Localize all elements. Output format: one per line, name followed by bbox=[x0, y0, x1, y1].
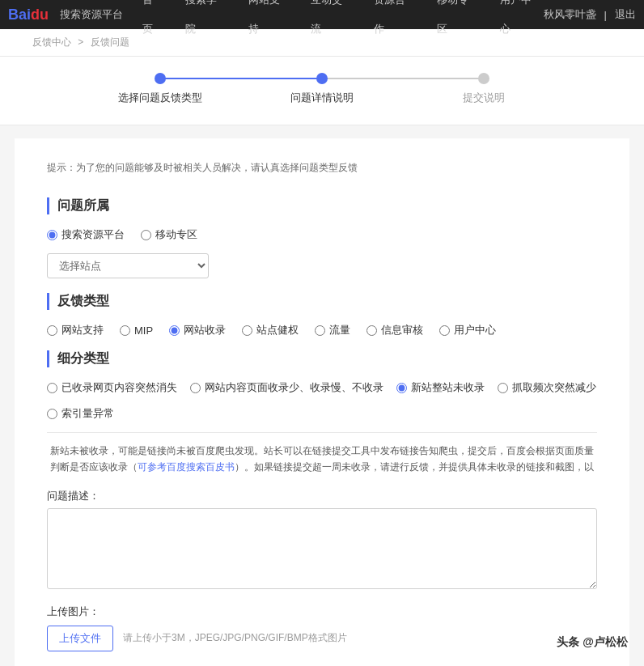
platform-title: 搜索资源平台 bbox=[60, 7, 123, 22]
nav-links: 首页 搜索学院 网站支持 互动交流 资源合作 移动专区 用户中心 bbox=[139, 0, 544, 44]
step-dot-1 bbox=[155, 73, 166, 84]
sub2-label[interactable]: 网站内容页面收录少、收录慢、不收录 bbox=[205, 380, 383, 395]
feedback-flow-item[interactable]: 流量 bbox=[315, 323, 350, 337]
feedback-audit-item[interactable]: 信息审核 bbox=[366, 323, 423, 337]
form-desc-textarea[interactable] bbox=[47, 508, 597, 589]
nav-resources[interactable]: 资源合作 bbox=[371, 0, 417, 44]
feedback-user-item[interactable]: 用户中心 bbox=[439, 323, 496, 337]
feedback-support-item[interactable]: 网站支持 bbox=[47, 323, 104, 337]
info-link[interactable]: 可参考百度搜索百皮书 bbox=[138, 461, 235, 473]
form-desc-label: 问题描述： bbox=[47, 489, 597, 503]
nav-interaction[interactable]: 互动交流 bbox=[307, 0, 354, 44]
issue-platform-radio[interactable] bbox=[47, 230, 57, 240]
step-1: 选择问题反馈类型 bbox=[79, 73, 241, 105]
feedback-user-radio[interactable] bbox=[439, 325, 450, 336]
step-label-2: 问题详情说明 bbox=[290, 91, 354, 105]
step-dot-2 bbox=[316, 73, 328, 84]
breadcrumb-current: 反馈问题 bbox=[91, 36, 129, 48]
feedback-flow-radio[interactable] bbox=[315, 325, 325, 336]
feedback-mip-item[interactable]: MIP bbox=[120, 325, 153, 337]
sub-type-row-2: 索引量异常 bbox=[47, 406, 597, 421]
feedback-type-row: 网站支持 MIP 网站收录 站点健权 流量 信息审核 用户中心 bbox=[47, 323, 597, 337]
step-label-3: 提交说明 bbox=[463, 91, 505, 105]
feedback-collection-item[interactable]: 网站收录 bbox=[169, 323, 226, 337]
info-text-2: ）。如果链接提交超一周未收录，请进行反馈，并提供具体未收录的链接和截图，以 bbox=[235, 461, 594, 473]
step-2: 问题详情说明 bbox=[241, 73, 403, 105]
sub5-item[interactable]: 索引量异常 bbox=[47, 406, 114, 421]
sub-type-row: 已收录网页内容突然消失 网站内容页面收录少、收录慢、不收录 新站整站未收录 抓取… bbox=[47, 380, 597, 395]
issue-type-group: 搜索资源平台 移动专区 bbox=[47, 227, 597, 242]
sub5-label[interactable]: 索引量异常 bbox=[61, 406, 114, 421]
nav-academy[interactable]: 搜索学院 bbox=[182, 0, 229, 44]
breadcrumb-home[interactable]: 反馈中心 bbox=[32, 36, 71, 48]
logout-link[interactable]: 退出 bbox=[615, 7, 636, 22]
section-feedback-title: 反馈类型 bbox=[47, 293, 597, 310]
section-issue-title: 问题所属 bbox=[47, 197, 597, 214]
sub5-radio[interactable] bbox=[47, 409, 57, 419]
feedback-user-label[interactable]: 用户中心 bbox=[454, 323, 496, 337]
step-3: 提交说明 bbox=[403, 73, 565, 105]
sub1-radio[interactable] bbox=[47, 383, 57, 393]
feedback-copyright-item[interactable]: 站点健权 bbox=[242, 323, 299, 337]
breadcrumb-sep: > bbox=[78, 36, 83, 48]
nav-home[interactable]: 首页 bbox=[139, 0, 166, 44]
feedback-audit-radio[interactable] bbox=[366, 325, 377, 336]
issue-platform-item[interactable]: 搜索资源平台 bbox=[47, 227, 125, 242]
info-box: 新站未被收录，可能是链接尚未被百度爬虫发现。站长可以在链接提交工具中发布链接告知… bbox=[47, 443, 597, 476]
user-name[interactable]: 秋风零叶盏 bbox=[544, 7, 596, 22]
feedback-copyright-label[interactable]: 站点健权 bbox=[256, 323, 299, 337]
hint-text: 提示：为了您的问题能够及时被相关人员解决，请认真选择问题类型反馈 bbox=[47, 155, 597, 181]
sub2-item[interactable]: 网站内容页面收录少、收录慢、不收录 bbox=[190, 380, 383, 395]
upload-label: 上传图片： bbox=[47, 604, 597, 619]
logo-text: Baidu bbox=[8, 6, 49, 23]
sub4-item[interactable]: 抓取频次突然减少 bbox=[498, 380, 596, 395]
feedback-flow-label[interactable]: 流量 bbox=[329, 323, 350, 337]
site-select[interactable]: 选择站点 bbox=[47, 253, 209, 278]
form-desc-group: 问题描述： bbox=[47, 489, 597, 592]
issue-platform-label[interactable]: 搜索资源平台 bbox=[61, 227, 125, 242]
upload-row: 上传文件 请上传小于3M，JPEG/JPG/PNG/GIF/BMP格式图片 bbox=[47, 626, 597, 651]
feedback-mip-label[interactable]: MIP bbox=[134, 325, 153, 337]
upload-section: 上传图片： 上传文件 请上传小于3M，JPEG/JPG/PNG/GIF/BMP格… bbox=[47, 604, 597, 651]
nav-separator: | bbox=[604, 9, 607, 21]
sub3-radio[interactable] bbox=[396, 383, 407, 393]
feedback-mip-radio[interactable] bbox=[120, 325, 130, 336]
feedback-audit-label[interactable]: 信息审核 bbox=[381, 323, 423, 337]
steps-container: 选择问题反馈类型 问题详情说明 提交说明 bbox=[79, 73, 565, 105]
sub1-label[interactable]: 已收录网页内容突然消失 bbox=[61, 380, 177, 395]
upload-button[interactable]: 上传文件 bbox=[47, 626, 113, 651]
feedback-collection-radio[interactable] bbox=[169, 325, 180, 336]
top-nav: Baidu 搜索资源平台 首页 搜索学院 网站支持 互动交流 资源合作 移动专区… bbox=[0, 0, 644, 29]
sub1-item[interactable]: 已收录网页内容突然消失 bbox=[47, 380, 177, 395]
nav-user-center[interactable]: 用户中心 bbox=[497, 0, 544, 44]
sub3-label[interactable]: 新站整站未收录 bbox=[411, 380, 485, 395]
issue-mobile-radio[interactable] bbox=[141, 230, 151, 240]
logo: Baidu bbox=[8, 6, 49, 23]
watermark: 头条 @卢松松 bbox=[557, 635, 628, 650]
section-subtype-title: 细分类型 bbox=[47, 350, 597, 367]
progress-section: 选择问题反馈类型 问题详情说明 提交说明 bbox=[0, 57, 644, 125]
feedback-support-radio[interactable] bbox=[47, 325, 57, 336]
issue-mobile-label[interactable]: 移动专区 bbox=[155, 227, 197, 242]
nav-support[interactable]: 网站支持 bbox=[245, 0, 292, 44]
site-select-wrapper: 选择站点 bbox=[47, 253, 597, 278]
nav-right: 秋风零叶盏 | 退出 bbox=[544, 7, 636, 22]
feedback-collection-label[interactable]: 网站收录 bbox=[184, 323, 226, 337]
issue-mobile-item[interactable]: 移动专区 bbox=[141, 227, 197, 242]
feedback-support-label[interactable]: 网站支持 bbox=[61, 323, 104, 337]
nav-mobile[interactable]: 移动专区 bbox=[434, 0, 481, 44]
step-label-1: 选择问题反馈类型 bbox=[118, 91, 202, 105]
sub3-item[interactable]: 新站整站未收录 bbox=[396, 380, 485, 395]
feedback-copyright-radio[interactable] bbox=[242, 325, 252, 336]
sub2-radio[interactable] bbox=[190, 383, 201, 393]
upload-hint: 请上传小于3M，JPEG/JPG/PNG/GIF/BMP格式图片 bbox=[123, 631, 347, 645]
divider-1 bbox=[47, 432, 597, 433]
main-content: 提示：为了您的问题能够及时被相关人员解决，请认真选择问题类型反馈 问题所属 搜索… bbox=[15, 138, 629, 666]
sub4-radio[interactable] bbox=[498, 383, 508, 393]
sub4-label[interactable]: 抓取频次突然减少 bbox=[512, 380, 596, 395]
step-dot-3 bbox=[478, 73, 489, 84]
